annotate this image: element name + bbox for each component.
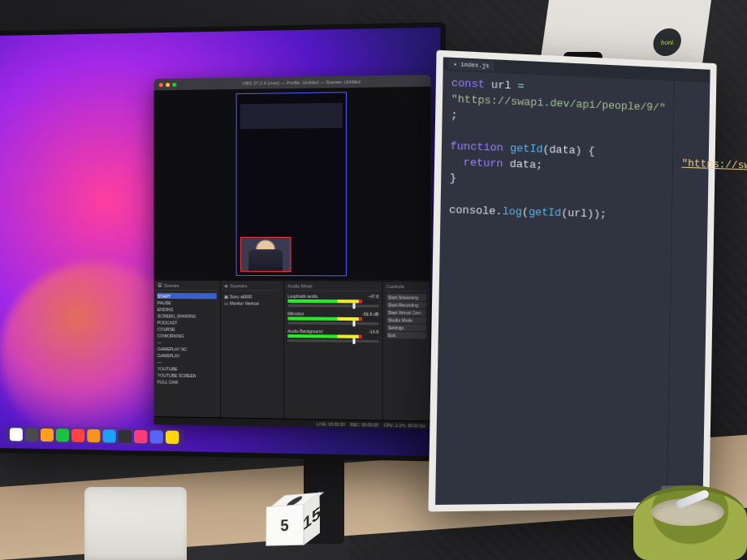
dock-app[interactable]	[102, 429, 115, 442]
scene-item[interactable]: YOUTUBE SCREEN	[158, 372, 217, 378]
obs-docks: ⦿ Scenes START PAUSE ENDING SCREEN_SHARI…	[154, 280, 431, 421]
identifier: data	[510, 158, 537, 171]
dock-app[interactable]	[71, 429, 84, 442]
punct: ) {	[575, 144, 594, 157]
channel-name: Loopback audio	[287, 294, 317, 299]
window-title: OBS 27.2.4 (mac) — Profile: Untitled — S…	[179, 78, 425, 87]
volume-slider[interactable]	[287, 322, 378, 325]
method: log	[502, 205, 522, 218]
channel-db: -14.8	[369, 330, 378, 334]
zoom-icon[interactable]	[172, 82, 176, 86]
volume-slider[interactable]	[287, 339, 378, 342]
exit-button[interactable]: Exit	[386, 332, 426, 339]
operator: =	[517, 80, 524, 93]
cube-face-front: 5	[266, 504, 304, 546]
dock-app[interactable]	[166, 431, 179, 445]
channel-db: -56.8 dB	[362, 312, 378, 317]
eval-result[interactable]: "https://swapi.dev/api/people/9/"	[681, 157, 747, 176]
audio-mixer-panel[interactable]: Audio Mixer Loopback audio-47.8 Mikrofon…	[284, 281, 383, 420]
scene-item[interactable]: PODCAST	[158, 319, 217, 325]
scene-item[interactable]: —	[158, 359, 217, 365]
start-virtualcam-button[interactable]: Start Virtual Cam	[386, 309, 426, 317]
scene-item[interactable]: YOUTUBE	[158, 365, 217, 372]
mixer-channel[interactable]: Audio Background-14.8	[287, 329, 378, 342]
close-icon[interactable]	[159, 83, 163, 87]
scenes-header: ⦿ Scenes	[158, 283, 217, 291]
dock-app[interactable]	[56, 429, 69, 442]
channel-name: Mikrofon	[287, 311, 304, 316]
scene-item[interactable]: START	[158, 293, 217, 299]
lock-icon: ⦿	[158, 283, 162, 288]
status-live: LIVE: 00:00:00	[317, 421, 345, 427]
dock-app-finder[interactable]	[10, 428, 23, 441]
sources-panel[interactable]: ◈ Sources ▣ Sony a6000 ▭ Monitor Vertica…	[221, 281, 284, 419]
kw-return: return	[463, 157, 503, 170]
obs-preview-area[interactable]	[154, 87, 431, 281]
scene-item[interactable]: ENDING	[158, 306, 217, 312]
spoon	[676, 489, 710, 509]
fn-name: getId	[510, 142, 543, 156]
identifier: url	[491, 79, 512, 92]
scenes-panel[interactable]: ⦿ Scenes START PAUSE ENDING SCREEN_SHARI…	[154, 281, 221, 418]
mixer-channel[interactable]: Loopback audio-47.8	[287, 294, 378, 308]
minimize-icon[interactable]	[166, 82, 170, 86]
mixer-channel[interactable]: Mikrofon-56.8 dB	[287, 311, 378, 325]
dock-app[interactable]	[150, 430, 163, 444]
obs-window[interactable]: OBS 27.2.4 (mac) — Profile: Untitled — S…	[154, 75, 431, 429]
status-cpu: CPU: 2.1%, 30.00 fps	[384, 422, 425, 428]
punct: }	[450, 172, 457, 185]
scene-item[interactable]: FULL CAM	[158, 378, 217, 385]
scene-item[interactable]: COWORKING	[158, 333, 217, 339]
scene-item[interactable]: GAMEPLAY	[158, 352, 217, 359]
sources-header: ◈ Sources	[224, 283, 280, 291]
channel-db: -47.8	[369, 294, 378, 299]
kw-function: function	[450, 140, 503, 155]
controls-panel: Controls Start Streaming Start Recording…	[383, 282, 431, 421]
source-webcam[interactable]	[240, 237, 291, 272]
editor-code-pane[interactable]: const url = "https://swapi.dev/api/peopl…	[435, 71, 675, 505]
start-streaming-button[interactable]: Start Streaming	[386, 294, 426, 301]
dock-app[interactable]	[25, 429, 38, 442]
macos-dock[interactable]	[5, 425, 184, 446]
speaker-box	[84, 487, 187, 560]
volume-slider[interactable]	[287, 304, 378, 308]
scene-item[interactable]: GAMEPLAY NC	[158, 346, 217, 352]
vu-meter	[287, 299, 378, 304]
source-item[interactable]: ▭ Monitor Vertical	[224, 299, 280, 306]
vu-meter	[287, 334, 378, 338]
source-label: Monitor Vertical	[230, 300, 259, 305]
studio-mode-button[interactable]: Studio Mode	[386, 317, 426, 324]
dock-app[interactable]	[119, 430, 132, 443]
monitor-right: • index.js const url = "https://swapi.de…	[428, 50, 716, 512]
scene-item[interactable]: PAUSE	[158, 299, 217, 306]
dock-app[interactable]	[87, 429, 100, 442]
dock-app[interactable]	[134, 430, 147, 443]
timer-cube: 5 15	[266, 495, 313, 545]
dock-app[interactable]	[41, 429, 54, 442]
start-recording-button[interactable]: Start Recording	[386, 302, 426, 309]
camera-icon: ▣	[224, 294, 228, 299]
identifier: console	[449, 204, 496, 218]
kw-const: const	[451, 77, 485, 91]
display-icon: ▭	[224, 300, 228, 305]
editor-tab[interactable]: • index.js	[448, 59, 494, 71]
scene-item[interactable]: —	[158, 339, 217, 346]
obs-canvas[interactable]	[235, 92, 346, 276]
code-editor-window[interactable]: • index.js const url = "https://swapi.de…	[435, 57, 710, 505]
mixer-header: Audio Mixer	[287, 283, 378, 291]
fn-call: getId	[529, 205, 561, 218]
monitor-left: OBS 27.2.4 (mac) — Profile: Untitled — S…	[0, 22, 446, 461]
settings-button[interactable]: Settings	[386, 325, 426, 332]
status-rec: REC: 00:00:00	[350, 421, 378, 427]
identifier: url	[568, 207, 587, 220]
punct: ;	[451, 109, 458, 122]
editor-eval-pane[interactable]: "https://swapi.dev/api/people/9/"	[667, 81, 747, 502]
channel-name: Audio Background	[287, 329, 322, 334]
scene-item[interactable]: COURSE	[158, 325, 217, 332]
param: data	[549, 144, 575, 157]
source-label: Sony a6000	[230, 294, 253, 299]
scene-item[interactable]: SCREEN_SHARING	[158, 312, 217, 319]
source-item[interactable]: ▣ Sony a6000	[224, 293, 280, 299]
coffee-mug	[633, 485, 747, 560]
sources-header-label: Sources	[230, 283, 247, 288]
